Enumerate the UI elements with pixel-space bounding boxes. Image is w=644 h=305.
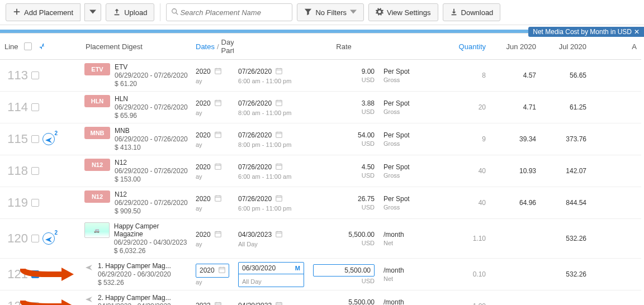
header-placement-digest[interactable]: Placement Digest [81,34,191,60]
month2-cell[interactable] [541,290,591,305]
start-date-cell[interactable]: 2020ay [191,92,234,123]
line-cell: 119 [0,187,81,219]
row-checkbox[interactable] [31,270,39,278]
upload-button[interactable]: Upload [106,3,154,21]
end-date-cell[interactable]: 07/26/20206:00 pm - 11:00 pm [234,187,309,219]
rate-cell[interactable]: 3.88USD [309,92,379,123]
month1-cell[interactable]: 4.57 [490,60,541,92]
end-date-cell[interactable]: 07/26/20206:00 am - 11:00 pm [234,60,309,92]
month1-cell[interactable]: 4.71 [490,92,541,123]
quantity-cell[interactable]: 20 [419,92,490,123]
month1-cell[interactable]: 10.93 [490,155,541,187]
next-month-cell[interactable] [591,60,641,92]
end-date-cell[interactable]: 06/30/2020MAll Day [234,259,309,290]
calendar-icon[interactable] [218,266,226,275]
select-all-checkbox[interactable] [24,42,32,50]
start-date-cell[interactable]: 2020ay [191,219,234,259]
month2-cell[interactable]: 56.65 [541,60,591,92]
quantity-cell[interactable]: 9 [419,123,490,155]
add-placement-button[interactable]: Add Placement [6,3,80,21]
rate-cell[interactable]: 54.00USD [309,123,379,155]
quantity-cell[interactable]: 40 [419,187,490,219]
filters-button[interactable]: No Filters [297,3,364,21]
digest-cell[interactable]: ETVETV06/29/2020 - 07/26/2020$ 61.20 [81,60,191,92]
digest-cell[interactable]: MNBMNB06/29/2020 - 07/26/2020$ 413.10 [81,123,191,155]
digest-cell[interactable]: 1. Happy Camper Mag...06/29/2020 - 06/30… [81,259,191,290]
quantity-cell[interactable]: 1.10 [419,219,490,259]
rate-cell[interactable]: 5,500.00USD [309,290,379,305]
digest-text: Happy Camper Magazine06/29/2020 - 04/30/… [114,222,188,255]
next-month-cell[interactable] [591,187,641,219]
month2-cell[interactable]: 532.26 [541,219,591,259]
start-date-cell[interactable]: 2020ay [191,123,234,155]
digest-cell[interactable]: HLNHLN06/29/2020 - 07/26/2020$ 65.96 [81,92,191,123]
start-date-cell[interactable]: 2023 [191,290,234,305]
row-checkbox[interactable] [31,302,39,305]
month2-cell[interactable]: 844.54 [541,187,591,219]
plane-icon[interactable] [37,42,45,51]
row-checkbox[interactable] [31,167,39,175]
row-checkbox[interactable] [31,199,39,207]
start-date-cell[interactable]: 2020ay [191,259,234,290]
end-date-cell[interactable]: 07/26/20208:00 am - 11:00 pm [234,92,309,123]
month2-cell[interactable]: 373.76 [541,123,591,155]
month2-cell[interactable]: 142.07 [541,155,591,187]
header-next[interactable]: A [591,34,641,60]
row-checkbox[interactable] [31,72,39,79]
svg-rect-9 [215,196,221,201]
rate-type-cell: /monthNet [379,219,419,259]
start-date-cell[interactable]: 2020ay [191,60,234,92]
month1-cell[interactable] [490,290,541,305]
end-date-cell[interactable]: 04/30/2023All Day [234,219,309,259]
header-dates[interactable]: Dates / Day Parts [191,34,234,60]
rate-cell[interactable]: 5,500.00USD [309,259,379,290]
flight-badge[interactable]: 2 [42,232,55,245]
search-input[interactable] [179,8,287,17]
close-icon[interactable]: ✕ [634,28,640,36]
next-month-cell[interactable] [591,259,641,290]
rate-cell[interactable]: 9.00USD [309,60,379,92]
end-date-cell[interactable]: 07/26/20206:00 am - 11:00 am [234,155,309,187]
calendar-icon [275,230,283,240]
header-month1[interactable]: Jun 2020 [490,34,541,60]
download-button[interactable]: Download [443,3,501,21]
digest-cell[interactable]: N12N1206/29/2020 - 07/26/2020$ 909.50 [81,187,191,219]
next-month-cell[interactable] [591,92,641,123]
row-checkbox[interactable] [31,135,39,143]
header-quantity[interactable]: Quantity [419,34,490,60]
next-month-cell[interactable] [591,155,641,187]
month2-cell[interactable]: 61.25 [541,92,591,123]
row-checkbox[interactable] [31,235,39,242]
start-date-cell[interactable]: 2020ay [191,187,234,219]
next-month-cell[interactable] [591,219,641,259]
rate-cell[interactable]: 26.75USD [309,187,379,219]
header-line[interactable]: Line [0,34,81,60]
flight-badge[interactable]: 2 [42,133,55,145]
end-date-cell[interactable]: 04/30/2023 [234,290,309,305]
quantity-cell[interactable]: 0.10 [419,259,490,290]
digest-cell[interactable]: 2. Happy Camper Mag...04/01/2023 - 04/30… [81,290,191,305]
digest-cell[interactable]: N12N1206/29/2020 - 07/26/2020$ 153.00 [81,155,191,187]
m-tag[interactable]: M [295,265,300,271]
month1-cell[interactable] [490,259,541,290]
month1-cell[interactable]: 64.96 [490,187,541,219]
month1-cell[interactable]: 39.34 [490,123,541,155]
quantity-cell[interactable]: 1.00 [419,290,490,305]
month2-cell[interactable]: 532.26 [541,259,591,290]
quantity-cell[interactable]: 40 [419,155,490,187]
header-rate[interactable]: Rate [309,34,379,60]
month1-cell[interactable] [490,219,541,259]
row-checkbox[interactable] [31,103,39,111]
view-settings-button[interactable]: View Settings [368,3,438,21]
next-month-cell[interactable] [591,123,641,155]
header-month2[interactable]: Jul 2020 [541,34,591,60]
add-placement-dropdown[interactable] [84,3,101,21]
rate-cell[interactable]: 5,500.00USD [309,219,379,259]
start-date-cell[interactable]: 2020ay [191,155,234,187]
end-date-cell[interactable]: 07/26/20208:00 pm - 11:00 pm [234,123,309,155]
digest-cell[interactable]: 🚐Happy Camper Magazine06/29/2020 - 04/30… [81,219,191,259]
cost-banner[interactable]: Net Media Cost by Month in USD ✕ [528,27,644,37]
quantity-cell[interactable]: 8 [419,60,490,92]
next-month-cell[interactable] [591,290,641,305]
rate-cell[interactable]: 4.50USD [309,155,379,187]
